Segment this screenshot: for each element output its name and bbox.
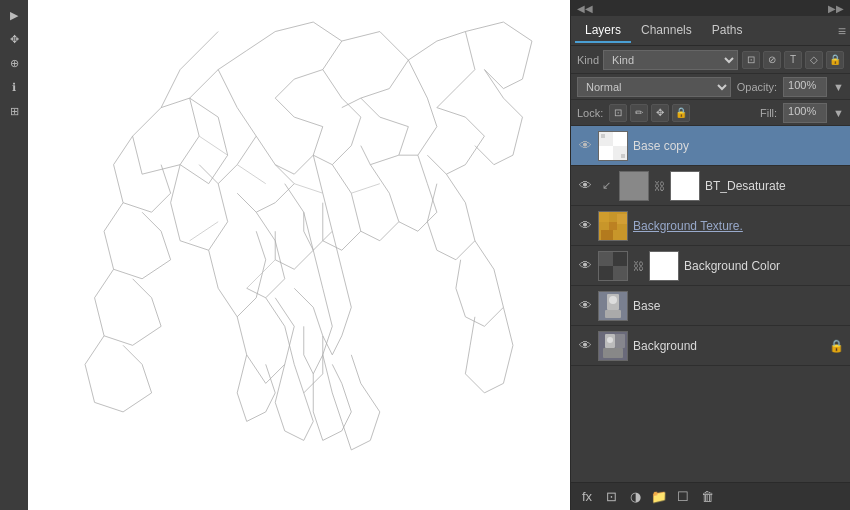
bottom-toolbar: fx ⊡ ◑ 📁 ☐ 🗑 (571, 482, 850, 510)
svg-point-29 (607, 337, 613, 343)
panel-collapse-right[interactable]: ▶▶ (828, 3, 844, 14)
panel-menu-icon[interactable]: ≡ (838, 23, 846, 39)
svg-rect-0 (28, 13, 570, 498)
layer-item-background[interactable]: 👁 Background 🔒 (571, 326, 850, 366)
svg-rect-13 (671, 172, 699, 200)
svg-point-25 (609, 296, 617, 304)
opacity-arrow[interactable]: ▼ (833, 81, 844, 93)
panel-top-bar: ◀◀ ▶▶ (571, 0, 850, 16)
adjustment-button[interactable]: ◑ (625, 487, 645, 507)
layer-eye-background-texture[interactable]: 👁 (577, 218, 593, 234)
tool-layers[interactable]: ⊞ (3, 100, 25, 122)
tab-paths[interactable]: Paths (702, 19, 753, 43)
filter-label: Kind (577, 54, 599, 66)
svg-rect-17 (617, 214, 627, 224)
fill-label: Fill: (760, 107, 777, 119)
svg-rect-20 (599, 252, 613, 266)
svg-rect-15 (599, 212, 609, 222)
delete-layer-button[interactable]: 🗑 (697, 487, 717, 507)
left-toolbar: ▶ ✥ ⊕ ℹ ⊞ (0, 0, 28, 510)
svg-rect-10 (601, 134, 605, 138)
svg-rect-22 (650, 252, 678, 280)
tabs-row: Layers Channels Paths ≡ (571, 16, 850, 46)
chain-icon-bt: ⛓ (654, 180, 665, 192)
layer-eye-background-color[interactable]: 👁 (577, 258, 593, 274)
layer-name-bt-desaturate: BT_Desaturate (705, 179, 844, 193)
tab-layers[interactable]: Layers (575, 19, 631, 43)
layer-thumbnail-background-texture (598, 211, 628, 241)
filter-icon-pixel[interactable]: ⊡ (742, 51, 760, 69)
add-mask-button[interactable]: ⊡ (601, 487, 621, 507)
layer-thumbnail-background-color (598, 251, 628, 281)
tool-info[interactable]: ℹ (3, 76, 25, 98)
svg-rect-18 (601, 230, 613, 240)
layer-name-background-texture: Background Texture. (633, 219, 844, 233)
fill-arrow[interactable]: ▼ (833, 107, 844, 119)
layer-thumbnail-background (598, 331, 628, 361)
panel-collapse-left[interactable]: ◀◀ (577, 3, 593, 14)
layer-item-base[interactable]: 👁 Base (571, 286, 850, 326)
layer-item-base-copy[interactable]: 👁 Base copy (571, 126, 850, 166)
layer-thumbnail-bt-desaturate (619, 171, 649, 201)
right-panel: ◀◀ ▶▶ Layers Channels Paths ≡ Kind Kind … (570, 0, 850, 510)
filter-icon-shape[interactable]: ◇ (805, 51, 823, 69)
layer-name-background-color: Background Color (684, 259, 844, 273)
tab-channels[interactable]: Channels (631, 19, 702, 43)
layer-arrow-down: ↙ (598, 178, 614, 194)
tool-zoom[interactable]: ⊕ (3, 52, 25, 74)
svg-rect-12 (620, 172, 648, 200)
layer-name-base: Base (633, 299, 844, 313)
layer-lock-icon-background: 🔒 (829, 339, 844, 353)
blend-mode-select[interactable]: Normal Dissolve Multiply Screen (577, 77, 731, 97)
lock-pixel[interactable]: ⊡ (609, 104, 627, 122)
lock-icons: ⊡ ✏ ✥ 🔒 (609, 104, 690, 122)
layer-mask-background-color (649, 251, 679, 281)
layer-item-bt-desaturate[interactable]: 👁 ↙ ⛓ BT_Desaturate (571, 166, 850, 206)
lock-move[interactable]: ✥ (651, 104, 669, 122)
svg-rect-16 (609, 222, 617, 230)
chain-icon-bg-color: ⛓ (633, 260, 644, 272)
svg-rect-11 (621, 154, 625, 158)
opacity-label: Opacity: (737, 81, 777, 93)
layer-eye-base[interactable]: 👁 (577, 298, 593, 314)
canvas-area: ▶ ✥ ⊕ ℹ ⊞ (0, 0, 570, 510)
tool-move[interactable]: ✥ (3, 28, 25, 50)
layer-mask-bt-desaturate (670, 171, 700, 201)
opacity-value[interactable]: 100% (783, 77, 827, 97)
lock-all[interactable]: 🔒 (672, 104, 690, 122)
fx-button[interactable]: fx (577, 487, 597, 507)
svg-rect-30 (603, 348, 623, 358)
svg-rect-21 (613, 266, 627, 280)
svg-rect-26 (605, 310, 621, 318)
filter-icon-smart[interactable]: 🔒 (826, 51, 844, 69)
layer-eye-bt-desaturate[interactable]: 👁 (577, 178, 593, 194)
layer-thumbnail-base-copy (598, 131, 628, 161)
layer-eye-base-copy[interactable]: 👁 (577, 138, 593, 154)
lock-draw[interactable]: ✏ (630, 104, 648, 122)
layer-name-background: Background (633, 339, 824, 353)
blend-row: Normal Dissolve Multiply Screen Opacity:… (571, 74, 850, 100)
layer-item-background-color[interactable]: 👁 ⛓ Background Color (571, 246, 850, 286)
filter-select[interactable]: Kind Name Effect Mode (603, 50, 738, 70)
lock-label: Lock: (577, 107, 603, 119)
lock-row: Lock: ⊡ ✏ ✥ 🔒 Fill: 100% ▼ (571, 100, 850, 126)
sketch-svg (28, 0, 570, 510)
group-button[interactable]: 📁 (649, 487, 669, 507)
filter-icon-type[interactable]: T (784, 51, 802, 69)
new-layer-button[interactable]: ☐ (673, 487, 693, 507)
canvas-content (0, 0, 570, 510)
layer-item-background-texture[interactable]: 👁 Background Texture. (571, 206, 850, 246)
svg-rect-31 (615, 334, 625, 348)
tool-arrow[interactable]: ▶ (3, 4, 25, 26)
fill-value[interactable]: 100% (783, 103, 827, 123)
filter-icon-adjustment[interactable]: ⊘ (763, 51, 781, 69)
layer-eye-background[interactable]: 👁 (577, 338, 593, 354)
filter-icons: ⊡ ⊘ T ◇ 🔒 (742, 51, 844, 69)
layers-list: 👁 Base copy 👁 ↙ ⛓ (571, 126, 850, 482)
layer-name-base-copy: Base copy (633, 139, 844, 153)
filter-row: Kind Kind Name Effect Mode ⊡ ⊘ T ◇ 🔒 (571, 46, 850, 74)
layer-thumbnail-base (598, 291, 628, 321)
